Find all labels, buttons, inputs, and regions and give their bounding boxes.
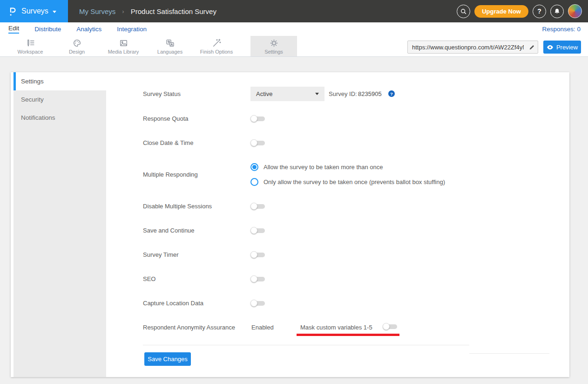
disable-multiple-sessions-label: Disable Multiple Sessions: [143, 203, 212, 210]
survey-timer-label: Survey Timer: [143, 251, 179, 258]
toggle-knob: [250, 300, 257, 307]
toolbar-item-settings[interactable]: Settings: [250, 36, 297, 56]
sidebar-item-label: Notifications: [21, 114, 55, 121]
breadcrumb: My Surveys › Product Satisfaction Survey: [79, 7, 216, 15]
survey-id-value: 8235905: [358, 90, 382, 97]
capture-location-data-label: Capture Location Data: [143, 300, 203, 307]
capture-location-data-toggle[interactable]: [250, 300, 265, 307]
toggle-knob: [250, 139, 257, 146]
page-title: Product Satisfaction Survey: [131, 7, 216, 15]
edit-url-button[interactable]: [526, 41, 538, 53]
upgrade-now-button[interactable]: Upgrade Now: [474, 5, 528, 18]
save-and-continue-toggle[interactable]: [250, 227, 265, 234]
toolbar-item-label: Settings: [264, 49, 283, 55]
search-icon: [460, 7, 467, 15]
toolbar-item-workspace[interactable]: Workspace: [7, 36, 54, 56]
mask-custom-variables-toggle[interactable]: [383, 323, 397, 330]
toolbar-item-label: Media Library: [108, 49, 139, 55]
toolbar-item-label: Design: [69, 49, 85, 55]
sidebar-item-label: Settings: [21, 78, 44, 85]
toolbar-item-languages[interactable]: Languages: [147, 36, 193, 56]
close-date-time-label: Close Date & Time: [143, 139, 193, 146]
preview-label: Preview: [556, 44, 578, 51]
survey-timer-toggle[interactable]: [250, 251, 265, 259]
multiple-responding-label: Multiple Responding: [143, 171, 198, 178]
breadcrumb-separator: ›: [122, 8, 124, 15]
questionpro-logo-icon: [8, 6, 17, 17]
header-actions: Upgrade Now ?: [457, 4, 582, 18]
sidebar-item-label: Security: [21, 96, 44, 103]
product-name: Surveys: [21, 7, 48, 15]
active-indicator: [14, 72, 16, 90]
save-changes-button[interactable]: Save Changes: [144, 352, 191, 366]
pencil-icon: [528, 44, 535, 51]
magic-wand-icon: [212, 38, 222, 48]
eye-icon: [547, 45, 554, 50]
bell-icon: [553, 7, 561, 15]
toggle-knob: [250, 275, 257, 282]
tab-distribute[interactable]: Distribute: [34, 26, 61, 33]
toolbar-item-label: Finish Options: [200, 49, 233, 55]
seo-label: SEO: [143, 275, 155, 282]
mask-custom-variables-label: Mask custom variables 1-5: [300, 324, 372, 331]
seo-toggle[interactable]: [250, 275, 265, 283]
section-divider: [469, 353, 549, 354]
product-switcher[interactable]: Surveys: [0, 0, 68, 22]
notifications-button[interactable]: [550, 5, 564, 18]
sidebar-item-security[interactable]: Security: [14, 90, 106, 109]
radio-option-row: Allow the survey to be taken more than o…: [250, 163, 383, 171]
translate-icon: [165, 38, 175, 48]
tab-edit[interactable]: Edit: [8, 25, 19, 34]
tab-integration[interactable]: Integration: [117, 26, 147, 33]
survey-url-field: [407, 41, 538, 54]
top-header: Surveys My Surveys › Product Satisfactio…: [0, 0, 588, 22]
image-icon: [119, 38, 128, 48]
breadcrumb-parent-link[interactable]: My Surveys: [79, 7, 115, 15]
survey-url-input[interactable]: [408, 44, 526, 51]
palette-icon: [72, 38, 82, 48]
close-date-time-toggle[interactable]: [250, 139, 265, 147]
toggle-knob: [250, 203, 257, 210]
toggle-knob: [383, 323, 390, 330]
save-and-continue-label: Save and Continue: [143, 227, 195, 234]
toolbar-item-label: Workspace: [18, 49, 43, 55]
response-quota-toggle[interactable]: [250, 115, 265, 123]
radio-label: Only allow the survey to be taken once (…: [264, 178, 445, 185]
chevron-down-icon: [53, 11, 56, 13]
responses-count[interactable]: Responses: 0: [542, 26, 581, 33]
survey-nav: Edit Distribute Analytics Integration Re…: [0, 22, 588, 36]
caret-down-icon: [315, 93, 319, 95]
sidebar-item-notifications[interactable]: Notifications: [14, 109, 106, 127]
sidebar-item-settings[interactable]: Settings: [14, 72, 106, 90]
section-divider: [143, 345, 469, 345]
radio-option-row: Only allow the survey to be taken once (…: [250, 178, 445, 186]
survey-id-label: Survey ID:: [329, 90, 357, 97]
settings-sidebar: Settings Security Notifications: [14, 72, 106, 377]
radio-allow-multiple[interactable]: [250, 163, 258, 171]
survey-status-select[interactable]: Active: [250, 87, 324, 101]
survey-id-help-icon[interactable]: ?: [388, 90, 395, 97]
toggle-knob: [250, 251, 257, 258]
radio-label: Allow the survey to be taken more than o…: [264, 164, 383, 171]
tab-analytics[interactable]: Analytics: [76, 26, 101, 33]
preview-button[interactable]: Preview: [543, 41, 581, 54]
help-button[interactable]: ?: [533, 5, 546, 18]
anonymity-status: Enabled: [251, 324, 274, 331]
question-mark-icon: ?: [537, 7, 541, 15]
toolbar-item-label: Languages: [157, 49, 182, 55]
highlight-underline: [297, 334, 399, 336]
toolbar-item-design[interactable]: Design: [54, 36, 100, 56]
anonymity-assurance-label: Respondent Anonymity Assurance: [143, 324, 235, 331]
survey-status-value: Active: [256, 90, 315, 97]
gear-icon: [269, 38, 279, 48]
toggle-knob: [250, 115, 257, 122]
settings-panel: Settings Security Notifications Survey S…: [11, 72, 569, 377]
disable-multiple-sessions-toggle[interactable]: [250, 203, 265, 210]
radio-only-once[interactable]: [250, 178, 258, 186]
avatar[interactable]: [568, 4, 582, 18]
toggle-knob: [250, 227, 257, 234]
toolbar-item-media-library[interactable]: Media Library: [100, 36, 147, 56]
workspace-icon: [26, 38, 35, 48]
toolbar-item-finish-options[interactable]: Finish Options: [193, 36, 240, 56]
search-button[interactable]: [457, 5, 470, 18]
